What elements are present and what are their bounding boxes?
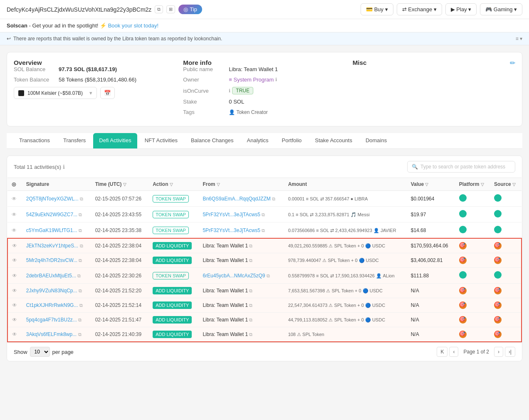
from-link[interactable]: 6rEu45ycbA...NMcAxZ5zQ9 [203,273,265,279]
platform-icon[interactable]: 🎯 [459,316,467,324]
from-link[interactable]: 5PrF32YsVt...3eJjTAcws5 [203,227,260,233]
source-filter-icon[interactable]: ▽ [512,182,516,187]
copy-address-button[interactable]: ⧉ [155,5,163,13]
copy-icon[interactable]: ⧉ [78,332,82,337]
copy-icon[interactable]: ⧉ [79,212,82,217]
signature-link[interactable]: 3AkqVs6fELFmk8wp... [26,331,77,337]
action-filter-icon[interactable]: ▽ [170,182,173,187]
source-icon[interactable] [494,194,502,202]
platform-filter-icon[interactable]: ▽ [481,182,484,187]
exchange-button[interactable]: ⇄ Exchange ▾ [397,3,442,15]
from-filter-icon[interactable]: ▽ [217,182,220,187]
signature-link[interactable]: JEkTN3zeKvY1htpeS... [26,243,78,249]
signature-link[interactable]: 54Z9uEkN2W9GZC7... [26,212,77,217]
tab-transactions[interactable]: Transactions [13,133,56,148]
platform-icon[interactable] [459,210,467,217]
platform-icon[interactable]: 🎯 [459,242,467,250]
copy-icon[interactable]: ⧉ [272,196,275,201]
prev-page-button[interactable]: ‹ [449,347,458,357]
edit-icon[interactable]: ✏ [510,59,515,67]
copy-icon[interactable]: ⧉ [79,288,82,293]
signature-link[interactable]: 2debrBAEUxMtjuEt5... [26,273,76,279]
eye-icon[interactable]: 👁 [12,288,17,294]
platform-icon[interactable]: 🎯 [459,287,467,294]
eye-icon[interactable]: 👁 [12,257,17,263]
copy-icon[interactable]: ⧉ [249,258,252,263]
signature-link[interactable]: 5Mr2q4h7rDR2svCW... [26,257,77,263]
eye-icon[interactable]: 👁 [12,317,17,323]
platform-icon[interactable] [459,226,467,233]
copy-icon[interactable]: ⧉ [249,243,252,248]
tab-transfers[interactable]: Transfers [57,133,91,148]
signature-link[interactable]: 2Q5T8jNToeyXGZWL... [26,196,79,202]
value-filter-icon[interactable]: ▽ [425,182,428,187]
copy-icon[interactable]: ⧉ [267,273,270,278]
token-search-box[interactable]: 🔍 Type to search or paste token address [407,161,515,173]
copy-icon[interactable]: ⧉ [79,228,82,233]
source-icon[interactable]: 🎯 [494,242,502,250]
eye-icon[interactable]: 👁 [12,227,17,233]
tab-nft-activities[interactable]: NFT Activities [139,133,183,148]
from-value: Libra: Team Wallet 1 [203,302,248,308]
system-program-link[interactable]: ≡ System Program [229,77,274,83]
tab-defi-activities[interactable]: Defi Activities [93,133,137,148]
copy-icon[interactable]: ⧉ [78,317,82,322]
token-selector[interactable]: 100M Kelsier (~$58.07B) ▾ [14,87,97,99]
signature-link[interactable]: Ct1pkXJHRrRwkN9G... [26,302,78,308]
alert-menu-icon[interactable]: ≡ ▾ [516,36,522,42]
eye-icon[interactable]: 👁 [12,302,17,308]
per-page-select[interactable]: 10 25 50 [30,347,50,357]
source-icon[interactable]: 🎯 [494,331,502,338]
platform-icon[interactable]: 🎯 [459,257,467,264]
source-icon[interactable]: 🎯 [494,257,502,264]
eye-icon[interactable]: 👁 [12,273,17,279]
copy-icon[interactable]: ⧉ [249,303,252,308]
last-page-button[interactable]: ›| [505,347,515,357]
qr-button[interactable]: ⊞ [166,5,175,13]
source-icon[interactable] [494,226,502,233]
ad-link[interactable]: Book your slot today! [108,22,158,29]
copy-icon[interactable]: ⧉ [262,212,265,217]
buy-button[interactable]: 💳 Buy ▾ [361,3,393,15]
platform-icon[interactable]: 🎯 [459,331,467,338]
tab-balance-changes[interactable]: Balance Changes [185,133,240,148]
signature-link[interactable]: 5pq4cga4F7tv1BU2z... [26,317,77,323]
play-button[interactable]: ▶ Play ▾ [445,3,477,15]
from-link[interactable]: 5PrF32YsVt...3eJjTAcws5 [203,212,260,217]
copy-icon[interactable]: ⧉ [77,273,81,278]
tab-stake-accounts[interactable]: Stake Accounts [309,133,358,148]
tab-domains[interactable]: Domains [360,133,393,148]
source-icon[interactable]: 🎯 [494,316,502,324]
platform-icon[interactable] [459,271,467,279]
source-icon[interactable]: 🎯 [494,301,502,309]
platform-icon[interactable] [459,194,467,202]
source-icon[interactable]: 🎯 [494,287,502,294]
eye-icon[interactable]: 👁 [12,243,17,249]
copy-icon[interactable]: ⧉ [249,288,252,293]
copy-icon[interactable]: ⧉ [80,243,83,248]
copy-icon[interactable]: ⧉ [262,228,265,233]
copy-icon[interactable]: ⧉ [79,258,82,263]
signature-link[interactable]: c5YmGaK19WLfTG1... [26,227,77,233]
tab-analytics[interactable]: Analytics [241,133,274,148]
tab-portfolio[interactable]: Portfolio [276,133,308,148]
tip-button[interactable]: ◎ Tip [178,5,202,14]
next-page-button[interactable]: › [494,347,503,357]
calendar-button[interactable]: 📅 [100,87,115,99]
from-link[interactable]: Bn6QS9aEmA...RqqQqdJZZM [203,196,270,202]
platform-icon[interactable]: 🎯 [459,301,467,309]
first-page-button[interactable]: K [437,347,447,357]
from-cell: 5PrF32YsVt...3eJjTAcws5 ⧉ [198,222,284,239]
time-filter-icon[interactable]: ▽ [123,182,126,187]
copy-icon[interactable]: ⧉ [249,317,252,322]
source-icon[interactable] [494,210,502,217]
eye-icon[interactable]: 👁 [12,196,17,202]
source-icon[interactable] [494,271,502,279]
eye-icon[interactable]: 👁 [12,331,17,337]
copy-icon[interactable]: ⧉ [249,332,252,337]
eye-icon[interactable]: 👁 [12,212,17,217]
signature-link[interactable]: 2Jxhy9VZuN83NqCp... [26,288,77,294]
copy-icon[interactable]: ⧉ [79,303,83,308]
copy-icon[interactable]: ⧉ [80,196,83,201]
gaming-button[interactable]: 🎮 Gaming ▾ [480,3,522,15]
